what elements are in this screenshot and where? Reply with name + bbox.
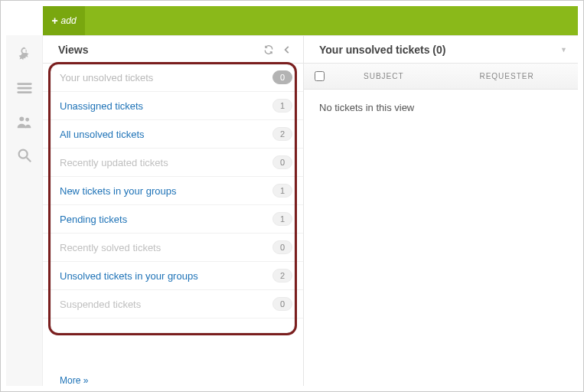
count-badge: 0 <box>272 155 292 169</box>
svg-point-5 <box>18 150 27 158</box>
svg-point-4 <box>25 118 29 122</box>
add-button[interactable]: + add <box>43 6 85 35</box>
view-row[interactable]: Pending tickets1 <box>43 205 303 234</box>
view-row-label: Unassigned tickets <box>60 100 272 112</box>
empty-state-message: No tickets in this view <box>304 90 578 126</box>
count-badge: 2 <box>272 127 292 141</box>
more-link[interactable]: More » <box>60 375 88 386</box>
view-row[interactable]: New tickets in your groups1 <box>43 177 303 205</box>
svg-point-3 <box>19 116 24 121</box>
tickets-pane: Your unsolved tickets (0) ▼ SUBJECT REQU… <box>304 36 578 386</box>
count-badge: 0 <box>272 70 292 84</box>
view-row-label: Pending tickets <box>60 214 272 225</box>
refresh-icon[interactable] <box>263 44 274 55</box>
view-row[interactable]: Recently solved tickets0 <box>43 234 303 262</box>
count-badge: 1 <box>272 212 292 226</box>
app-root: + add Views <box>0 0 584 392</box>
view-row-label: New tickets in your groups <box>60 185 272 197</box>
select-all-checkbox[interactable] <box>315 71 325 81</box>
chevron-down-icon[interactable]: ▼ <box>560 46 567 54</box>
view-row[interactable]: Suspended tickets0 <box>43 290 303 318</box>
view-row-label: Unsolved tickets in your groups <box>60 270 272 282</box>
column-subject[interactable]: SUBJECT <box>334 72 471 80</box>
count-badge: 1 <box>272 99 292 113</box>
count-badge: 2 <box>272 269 292 283</box>
left-nav-rail <box>6 35 43 386</box>
more-link-container: More » <box>43 367 303 386</box>
menu-icon[interactable] <box>16 80 33 96</box>
view-row[interactable]: All unsolved tickets2 <box>43 120 303 149</box>
count-badge: 1 <box>272 184 292 198</box>
tickets-table-header: SUBJECT REQUESTER <box>304 64 578 90</box>
svg-line-6 <box>26 158 31 162</box>
topbar: + add <box>43 6 578 35</box>
select-all-cell <box>304 71 334 81</box>
view-row-label: Recently solved tickets <box>60 242 272 253</box>
view-row-label: Your unsolved tickets <box>60 72 272 83</box>
view-row[interactable]: Recently updated tickets0 <box>43 149 303 177</box>
view-row[interactable]: Unsolved tickets in your groups2 <box>43 262 303 290</box>
views-pane: Views Your unsolved tickets0Unassigned t… <box>43 36 304 386</box>
view-row[interactable]: Unassigned tickets1 <box>43 92 303 120</box>
view-row-label: Recently updated tickets <box>60 157 272 168</box>
views-list: Your unsolved tickets0Unassigned tickets… <box>43 64 303 367</box>
view-row[interactable]: Your unsolved tickets0 <box>43 64 303 92</box>
collapse-icon[interactable] <box>282 44 292 55</box>
content-area: Views Your unsolved tickets0Unassigned t… <box>43 35 578 386</box>
view-row-label: Suspended tickets <box>60 299 272 310</box>
search-icon[interactable] <box>16 147 33 164</box>
column-requester[interactable]: REQUESTER <box>471 72 578 80</box>
count-badge: 0 <box>272 240 292 254</box>
users-icon[interactable] <box>16 113 33 130</box>
tickets-header: Your unsolved tickets (0) ▼ <box>304 36 578 64</box>
tickets-title: Your unsolved tickets (0) <box>319 44 556 56</box>
add-button-label: add <box>61 15 77 26</box>
view-row-label: All unsolved tickets <box>60 129 272 140</box>
count-badge: 0 <box>272 297 292 311</box>
plus-icon: + <box>51 15 57 26</box>
views-header: Views <box>43 36 303 64</box>
dashboard-icon[interactable] <box>16 46 33 63</box>
views-title: Views <box>58 44 256 56</box>
